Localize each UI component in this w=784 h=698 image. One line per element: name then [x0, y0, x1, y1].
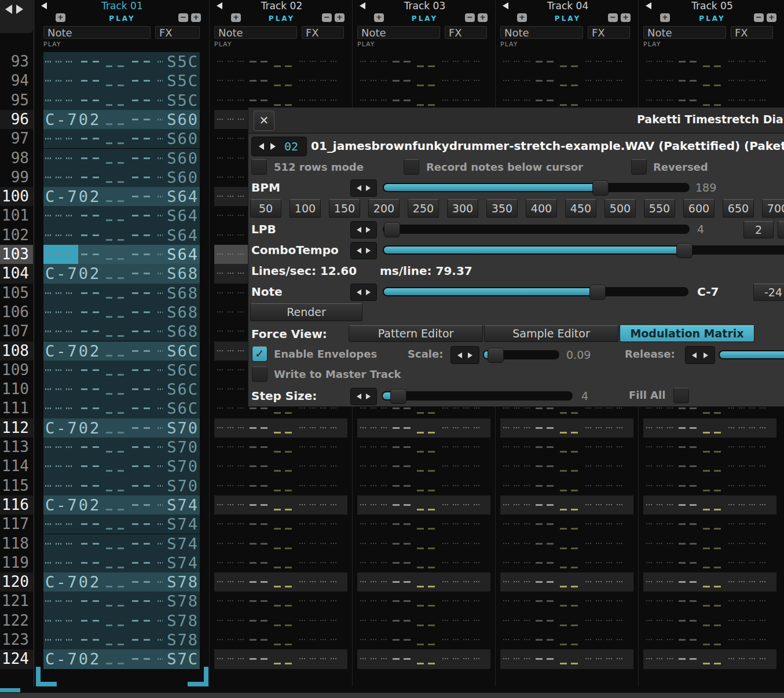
- scale-slider-handle[interactable]: [488, 348, 504, 363]
- close-icon[interactable]: ✕: [254, 111, 274, 131]
- note-cell[interactable]: C-702: [45, 572, 101, 592]
- enable-envelopes-checkbox[interactable]: ✓: [252, 346, 268, 362]
- pattern-row[interactable]: C-702S70: [36, 418, 208, 438]
- pattern-row[interactable]: [640, 630, 784, 649]
- pattern-row[interactable]: [211, 515, 352, 534]
- spinner-right-icon[interactable]: [366, 248, 371, 254]
- spinner-left-icon[interactable]: [357, 248, 361, 254]
- pattern-row[interactable]: S64: [36, 245, 208, 264]
- pattern-row[interactable]: S78: [36, 611, 208, 630]
- pattern-row[interactable]: [640, 553, 784, 572]
- step-size-spinner[interactable]: [350, 388, 377, 405]
- pattern-row[interactable]: [640, 52, 784, 71]
- pattern-row[interactable]: [640, 476, 784, 495]
- bpm-preset-button[interactable]: 450: [565, 199, 596, 218]
- pattern-row[interactable]: [640, 534, 784, 553]
- lpb-quick-button[interactable]: 2: [743, 221, 774, 238]
- add-column-button[interactable]: +: [767, 13, 776, 22]
- pattern-row[interactable]: [640, 649, 784, 668]
- sample-selector[interactable]: 02: [251, 137, 307, 156]
- pattern-row[interactable]: C-702S6C: [36, 341, 208, 361]
- bpm-preset-button[interactable]: 650: [723, 199, 754, 218]
- bpm-preset-button[interactable]: 250: [408, 199, 439, 218]
- pattern-row[interactable]: C-702S68: [36, 264, 208, 283]
- note-offset-box[interactable]: -24: [753, 284, 784, 301]
- pattern-row[interactable]: S78: [36, 630, 208, 649]
- pattern-row[interactable]: C-702S7C: [36, 649, 208, 668]
- pattern-row[interactable]: [640, 572, 784, 592]
- track-title[interactable]: Track 01: [36, 0, 208, 11]
- fx-cell[interactable]: S78: [167, 611, 199, 630]
- pattern-row[interactable]: C-702S74: [36, 495, 208, 515]
- pattern-row[interactable]: S60: [36, 149, 208, 168]
- pattern-row[interactable]: S68: [36, 303, 208, 322]
- pattern-row[interactable]: [497, 630, 638, 649]
- fx-cell[interactable]: S70: [167, 476, 199, 495]
- pattern-row[interactable]: [354, 418, 495, 438]
- pattern-prev-icon[interactable]: [5, 5, 12, 14]
- lpb-quick-button-2[interactable]: [778, 221, 784, 238]
- pattern-row[interactable]: [354, 630, 495, 649]
- pattern-row[interactable]: [354, 649, 495, 668]
- pattern-row[interactable]: [497, 553, 638, 572]
- pattern-row[interactable]: [354, 476, 495, 495]
- bpm-preset-button[interactable]: 300: [447, 199, 478, 218]
- fx-cell[interactable]: S74: [167, 495, 199, 515]
- note-slider[interactable]: [383, 287, 688, 296]
- pattern-row[interactable]: [640, 611, 784, 630]
- note-cell[interactable]: C-702: [45, 110, 101, 129]
- pattern-row[interactable]: [354, 553, 495, 572]
- release-slider[interactable]: [719, 350, 784, 359]
- pattern-row[interactable]: [211, 611, 352, 630]
- pattern-row[interactable]: [640, 418, 784, 438]
- note-column-header[interactable]: Note: [500, 26, 583, 39]
- pattern-row[interactable]: [497, 71, 638, 90]
- pattern-row[interactable]: [211, 592, 352, 611]
- fx-cell[interactable]: S64: [167, 187, 199, 206]
- add-column-button[interactable]: +: [191, 13, 201, 22]
- bpm-preset-button[interactable]: 150: [329, 199, 360, 218]
- add-column-button[interactable]: +: [478, 13, 488, 22]
- pattern-row[interactable]: [354, 495, 495, 515]
- fx-cell[interactable]: S64: [167, 245, 199, 264]
- fx-cell[interactable]: S60: [167, 129, 199, 148]
- pattern-row[interactable]: [640, 515, 784, 534]
- pattern-row[interactable]: [640, 592, 784, 611]
- note-column-header[interactable]: Note: [43, 26, 151, 39]
- pattern-row[interactable]: [354, 592, 495, 611]
- fx-cell[interactable]: S70: [167, 457, 199, 476]
- pattern-row[interactable]: [497, 572, 638, 592]
- add-column-button[interactable]: +: [621, 13, 631, 22]
- pattern-row[interactable]: C-702S78: [36, 572, 208, 592]
- pattern-row[interactable]: [354, 52, 495, 71]
- pattern-row[interactable]: S6C: [36, 361, 208, 380]
- spinner-left-icon[interactable]: [357, 227, 361, 233]
- pattern-row[interactable]: [211, 534, 352, 553]
- spinner-right-icon[interactable]: [366, 185, 371, 191]
- fx-column-header[interactable]: FX: [445, 26, 487, 39]
- pattern-row[interactable]: [211, 52, 352, 71]
- pattern-row[interactable]: S68: [36, 284, 208, 303]
- bpm-preset-button[interactable]: 500: [605, 199, 636, 218]
- pattern-row[interactable]: C-702S64: [36, 187, 208, 206]
- fx-cell[interactable]: S6C: [167, 399, 199, 418]
- pattern-row[interactable]: [497, 418, 638, 438]
- combotempo-slider[interactable]: [383, 245, 784, 255]
- remove-column-button[interactable]: −: [178, 13, 188, 22]
- sample-prev-icon[interactable]: [259, 143, 264, 150]
- track-title[interactable]: Track 03: [354, 0, 495, 11]
- pattern-row[interactable]: S70: [36, 476, 208, 495]
- pattern-row[interactable]: [497, 476, 638, 495]
- pattern-row[interactable]: [640, 438, 784, 457]
- pattern-row[interactable]: [354, 515, 495, 534]
- pattern-row[interactable]: [354, 611, 495, 630]
- combotempo-slider-handle[interactable]: [676, 243, 693, 258]
- spinner-left-icon[interactable]: [357, 394, 361, 399]
- fill-all-checkbox[interactable]: [673, 388, 689, 403]
- pattern-nav-box[interactable]: [0, 0, 33, 33]
- bpm-preset-button[interactable]: 700: [762, 199, 784, 218]
- note-cell[interactable]: C-702: [45, 418, 101, 438]
- pattern-row[interactable]: [497, 611, 638, 630]
- fx-cell[interactable]: S5C: [167, 52, 199, 71]
- fx-cell[interactable]: S78: [167, 592, 199, 611]
